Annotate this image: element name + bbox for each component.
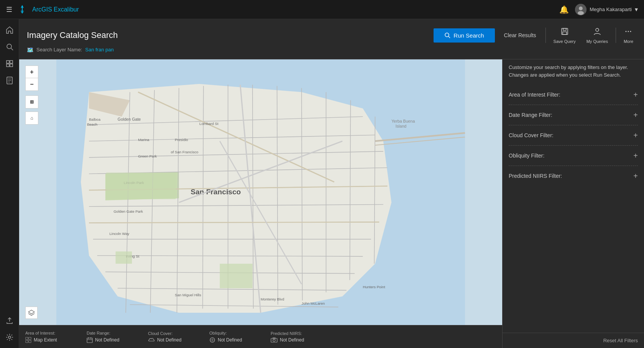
sidebar-item-settings[interactable]: [2, 330, 17, 345]
clear-results-button[interactable]: Clear Results: [499, 29, 541, 41]
header-row2: 🗺️ Search Layer Name: San fran pan: [27, 47, 636, 53]
sidebar-item-layers[interactable]: [2, 56, 17, 71]
filter-predicted-niirs[interactable]: Predicted NIIRS Filter: +: [509, 166, 638, 186]
add-date-filter-icon[interactable]: +: [633, 111, 638, 119]
svg-line-15: [449, 36, 450, 38]
save-icon: [560, 27, 569, 38]
svg-rect-83: [29, 340, 31, 343]
home-controls: ⌂: [25, 112, 38, 125]
map-background: San Francisco Golden Gate Marina Green P…: [19, 59, 502, 325]
filter-date-range[interactable]: Date Range Filter: +: [509, 105, 638, 125]
filter-cloud-cover[interactable]: Cloud Cover Filter: +: [509, 125, 638, 146]
svg-point-20: [626, 31, 627, 32]
svg-text:Yerba Buena: Yerba Buena: [391, 119, 415, 123]
svg-point-1: [579, 7, 583, 10]
add-niirs-filter-icon[interactable]: +: [633, 172, 638, 180]
svg-point-21: [628, 31, 629, 32]
svg-text:Island: Island: [396, 124, 407, 128]
search-layer-value[interactable]: San fran pan: [85, 47, 113, 53]
reset-all-filters-button[interactable]: Reset All Filters: [603, 338, 638, 343]
status-cloud-cover: Cloud Cover: Not Defined: [148, 331, 209, 343]
add-obliquity-filter-icon[interactable]: +: [633, 152, 638, 159]
svg-rect-82: [26, 340, 28, 343]
svg-line-4: [11, 48, 13, 50]
user-name: Megha Kakaraparti: [590, 7, 632, 12]
sidebar-item-upload[interactable]: [2, 313, 17, 328]
area-icon: [25, 337, 31, 343]
svg-text:Presidio: Presidio: [175, 138, 188, 142]
panel-content: Customize your search by applying filter…: [503, 57, 644, 333]
status-date-range: Date Range: Not Defined: [87, 331, 148, 343]
sidebar-item-pages[interactable]: [2, 73, 17, 88]
grid-view-button[interactable]: ⊞: [26, 96, 38, 108]
save-query-button[interactable]: Save Query: [550, 26, 579, 45]
svg-point-3: [7, 44, 12, 49]
user-area[interactable]: Megha Kakaraparti ▾: [575, 4, 638, 15]
svg-text:Golden Gate: Golden Gate: [118, 117, 141, 121]
home-extent-button[interactable]: ⌂: [26, 112, 38, 124]
status-obliquity: Obliquity: Not Defined: [209, 331, 271, 343]
svg-rect-80: [26, 337, 28, 340]
header-row1: Imagery Catalog Search Run Search Clear …: [27, 26, 636, 45]
app-logo: [17, 4, 28, 15]
more-icon: [624, 27, 632, 38]
hamburger-icon[interactable]: ☰: [6, 5, 12, 14]
svg-point-14: [445, 33, 449, 37]
avatar: [575, 4, 586, 15]
zoom-in-button[interactable]: +: [26, 66, 38, 78]
obliquity-value: Not Defined: [218, 337, 242, 343]
calendar-icon: [87, 337, 93, 343]
run-search-button[interactable]: Run Search: [434, 28, 495, 43]
svg-text:Lombard St: Lombard St: [199, 121, 219, 126]
svg-point-89: [212, 339, 213, 341]
notification-icon[interactable]: 🔔: [559, 5, 569, 14]
separator: [545, 28, 546, 43]
page-title: Imagery Catalog Search: [27, 30, 118, 40]
map-controls: + − ⊞ ⌂: [25, 66, 38, 125]
svg-text:Green Park: Green Park: [138, 154, 157, 158]
queries-icon: [593, 27, 601, 38]
svg-text:Marina: Marina: [138, 138, 150, 142]
filter-obliquity[interactable]: Obliquity Filter: +: [509, 146, 638, 166]
header-actions: Run Search Clear Results Save Query My Q…: [434, 26, 636, 45]
svg-text:of San Francisco: of San Francisco: [171, 150, 198, 154]
zoom-controls: + −: [25, 66, 38, 91]
top-icons: 🔔 Megha Kakaraparti ▾: [559, 4, 638, 15]
add-area-filter-icon[interactable]: +: [633, 91, 638, 98]
map-container[interactable]: San Francisco Golden Gate Marina Green P…: [19, 59, 502, 325]
svg-rect-5: [7, 61, 9, 63]
svg-point-13: [8, 336, 11, 338]
svg-point-19: [596, 28, 599, 31]
cloud-icon: [148, 337, 155, 343]
header: Imagery Catalog Search Run Search Clear …: [19, 19, 644, 59]
panel-footer: Reset All Filters: [503, 333, 644, 348]
my-queries-button[interactable]: My Queries: [583, 26, 611, 45]
sidebar-item-home[interactable]: [2, 22, 17, 38]
camera-icon: [271, 337, 278, 343]
map-svg: San Francisco Golden Gate Marina Green P…: [19, 59, 502, 325]
svg-rect-8: [10, 64, 13, 67]
area-value: Map Extent: [34, 337, 57, 343]
svg-point-95: [273, 339, 275, 341]
more-button[interactable]: More: [621, 26, 636, 45]
right-panel: ✕ Search Results Search Settings Queued …: [502, 19, 644, 348]
panel-description: Customize your search by applying filter…: [509, 64, 638, 79]
svg-point-22: [630, 31, 631, 32]
more-label: More: [624, 39, 633, 44]
chevron-down-icon: ▾: [635, 6, 638, 13]
zoom-out-button[interactable]: −: [26, 78, 38, 90]
sidebar-item-search[interactable]: [2, 39, 17, 54]
cloud-value: Not Defined: [157, 337, 181, 343]
topbar: ☰ ArcGIS Excalibur 🔔 Megha Kakaraparti ▾: [0, 0, 644, 19]
svg-rect-77: [106, 172, 176, 199]
sidebar: [0, 19, 19, 348]
filter-area-of-interest[interactable]: Area of Interest Filter: +: [509, 85, 638, 105]
status-bar: Area of Interest: Map Extent Date Range:…: [19, 325, 502, 348]
date-value: Not Defined: [95, 337, 119, 343]
search-layer-label: Search Layer Name:: [36, 47, 82, 53]
layers-button[interactable]: [25, 307, 38, 319]
separator2: [616, 28, 616, 43]
my-queries-label: My Queries: [586, 39, 608, 44]
svg-rect-6: [10, 61, 13, 63]
add-cloud-filter-icon[interactable]: +: [633, 131, 638, 139]
